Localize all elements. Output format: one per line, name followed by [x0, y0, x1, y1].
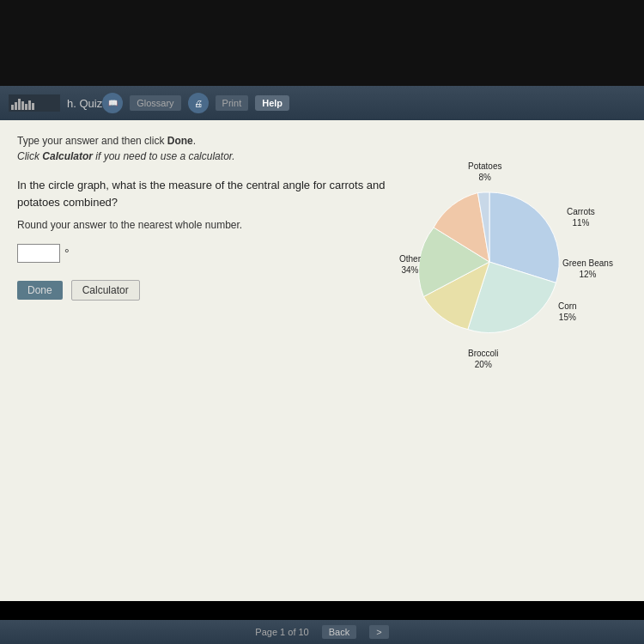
pie-chart-container: Potatoes 8% Carrots 11% Green Beans 12% … — [386, 159, 627, 399]
quiz-title: h. Quiz — [67, 97, 102, 110]
done-button[interactable]: Done — [17, 281, 63, 300]
print-button[interactable]: Print — [216, 95, 249, 111]
broccoli-label: Broccoli 20% — [468, 348, 499, 370]
green-beans-label: Green Beans 12% — [562, 258, 613, 280]
corn-label: Corn 15% — [558, 301, 577, 323]
calculator-bold: Calculator — [42, 150, 93, 162]
glossary-icon: 📖 — [102, 93, 123, 113]
degree-symbol: ° — [64, 246, 70, 260]
bottom-bar: Page 1 of 10 Back > — [0, 620, 644, 644]
other-label: Other 34% — [399, 253, 421, 276]
print-icon: 🖨 — [188, 93, 209, 113]
next-button[interactable]: > — [369, 625, 388, 639]
top-bar: h. Quiz 📖 Glossary 🖨 Print Help — [0, 86, 644, 120]
question-text: In the circle graph, what is the measure… — [17, 177, 412, 210]
instruction-line2: Click Calculator if you need to use a ca… — [17, 150, 235, 162]
top-bar-buttons: 📖 Glossary 🖨 Print Help — [102, 93, 289, 113]
help-button[interactable]: Help — [255, 95, 289, 111]
instruction-line1: Type your answer and then click Done. — [17, 135, 196, 147]
back-button[interactable]: Back — [322, 625, 356, 639]
calculator-button[interactable]: Calculator — [71, 280, 140, 301]
done-bold: Done — [167, 135, 193, 147]
pie-labels: Potatoes 8% Carrots 11% Green Beans 12% … — [386, 159, 627, 399]
answer-input[interactable] — [17, 244, 60, 263]
carrots-label: Carrots 11% — [567, 206, 595, 228]
page-indicator: Page 1 of 10 — [255, 627, 308, 637]
potatoes-label: Potatoes 8% — [468, 161, 501, 183]
glossary-button[interactable]: Glossary — [130, 95, 180, 111]
